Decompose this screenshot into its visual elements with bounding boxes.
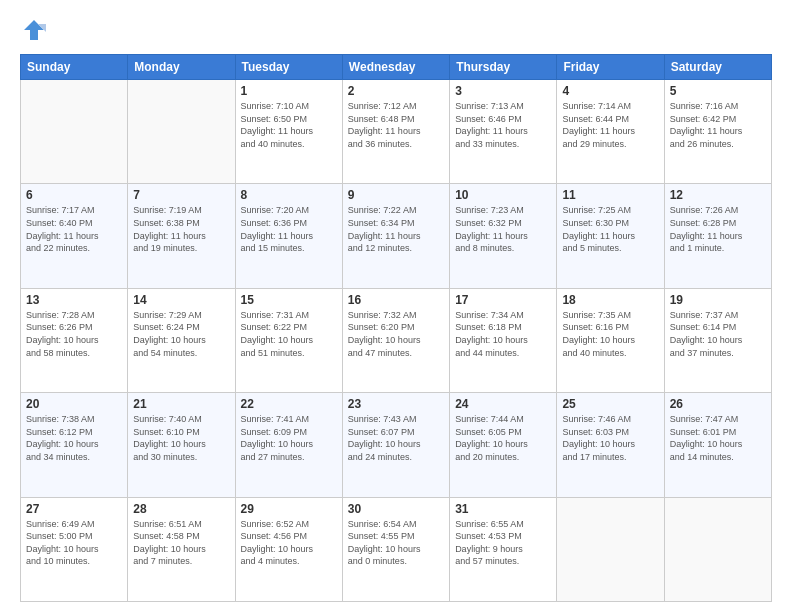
day-info: Sunrise: 7:20 AM Sunset: 6:36 PM Dayligh… [241, 204, 337, 254]
calendar-cell: 6Sunrise: 7:17 AM Sunset: 6:40 PM Daylig… [21, 184, 128, 288]
day-number: 1 [241, 84, 337, 98]
day-info: Sunrise: 7:26 AM Sunset: 6:28 PM Dayligh… [670, 204, 766, 254]
day-info: Sunrise: 7:43 AM Sunset: 6:07 PM Dayligh… [348, 413, 444, 463]
calendar-cell: 2Sunrise: 7:12 AM Sunset: 6:48 PM Daylig… [342, 80, 449, 184]
calendar-cell: 9Sunrise: 7:22 AM Sunset: 6:34 PM Daylig… [342, 184, 449, 288]
day-info: Sunrise: 6:49 AM Sunset: 5:00 PM Dayligh… [26, 518, 122, 568]
header [20, 16, 772, 44]
calendar-cell: 29Sunrise: 6:52 AM Sunset: 4:56 PM Dayli… [235, 497, 342, 601]
day-info: Sunrise: 7:41 AM Sunset: 6:09 PM Dayligh… [241, 413, 337, 463]
calendar-cell: 30Sunrise: 6:54 AM Sunset: 4:55 PM Dayli… [342, 497, 449, 601]
day-info: Sunrise: 7:23 AM Sunset: 6:32 PM Dayligh… [455, 204, 551, 254]
day-number: 22 [241, 397, 337, 411]
day-number: 10 [455, 188, 551, 202]
calendar-cell: 21Sunrise: 7:40 AM Sunset: 6:10 PM Dayli… [128, 393, 235, 497]
day-number: 18 [562, 293, 658, 307]
day-info: Sunrise: 7:38 AM Sunset: 6:12 PM Dayligh… [26, 413, 122, 463]
calendar-cell [557, 497, 664, 601]
weekday-header-row: SundayMondayTuesdayWednesdayThursdayFrid… [21, 55, 772, 80]
day-info: Sunrise: 7:37 AM Sunset: 6:14 PM Dayligh… [670, 309, 766, 359]
calendar-week-1: 1Sunrise: 7:10 AM Sunset: 6:50 PM Daylig… [21, 80, 772, 184]
day-number: 5 [670, 84, 766, 98]
day-info: Sunrise: 6:55 AM Sunset: 4:53 PM Dayligh… [455, 518, 551, 568]
day-info: Sunrise: 6:52 AM Sunset: 4:56 PM Dayligh… [241, 518, 337, 568]
day-number: 13 [26, 293, 122, 307]
day-info: Sunrise: 7:46 AM Sunset: 6:03 PM Dayligh… [562, 413, 658, 463]
day-number: 26 [670, 397, 766, 411]
calendar-cell: 10Sunrise: 7:23 AM Sunset: 6:32 PM Dayli… [450, 184, 557, 288]
calendar-cell: 14Sunrise: 7:29 AM Sunset: 6:24 PM Dayli… [128, 288, 235, 392]
day-info: Sunrise: 7:28 AM Sunset: 6:26 PM Dayligh… [26, 309, 122, 359]
logo [20, 16, 52, 44]
logo-icon [20, 16, 48, 44]
day-number: 4 [562, 84, 658, 98]
weekday-header-wednesday: Wednesday [342, 55, 449, 80]
day-number: 21 [133, 397, 229, 411]
day-info: Sunrise: 7:14 AM Sunset: 6:44 PM Dayligh… [562, 100, 658, 150]
calendar-week-5: 27Sunrise: 6:49 AM Sunset: 5:00 PM Dayli… [21, 497, 772, 601]
calendar-cell: 8Sunrise: 7:20 AM Sunset: 6:36 PM Daylig… [235, 184, 342, 288]
day-number: 12 [670, 188, 766, 202]
day-info: Sunrise: 7:17 AM Sunset: 6:40 PM Dayligh… [26, 204, 122, 254]
day-number: 3 [455, 84, 551, 98]
day-info: Sunrise: 7:35 AM Sunset: 6:16 PM Dayligh… [562, 309, 658, 359]
calendar-cell: 17Sunrise: 7:34 AM Sunset: 6:18 PM Dayli… [450, 288, 557, 392]
calendar-cell: 4Sunrise: 7:14 AM Sunset: 6:44 PM Daylig… [557, 80, 664, 184]
day-number: 29 [241, 502, 337, 516]
weekday-header-monday: Monday [128, 55, 235, 80]
calendar-cell: 24Sunrise: 7:44 AM Sunset: 6:05 PM Dayli… [450, 393, 557, 497]
calendar-cell: 16Sunrise: 7:32 AM Sunset: 6:20 PM Dayli… [342, 288, 449, 392]
day-info: Sunrise: 7:13 AM Sunset: 6:46 PM Dayligh… [455, 100, 551, 150]
day-info: Sunrise: 7:44 AM Sunset: 6:05 PM Dayligh… [455, 413, 551, 463]
day-number: 31 [455, 502, 551, 516]
calendar-cell: 7Sunrise: 7:19 AM Sunset: 6:38 PM Daylig… [128, 184, 235, 288]
day-info: Sunrise: 7:29 AM Sunset: 6:24 PM Dayligh… [133, 309, 229, 359]
day-info: Sunrise: 7:40 AM Sunset: 6:10 PM Dayligh… [133, 413, 229, 463]
day-number: 14 [133, 293, 229, 307]
calendar-cell: 27Sunrise: 6:49 AM Sunset: 5:00 PM Dayli… [21, 497, 128, 601]
day-number: 2 [348, 84, 444, 98]
calendar-week-3: 13Sunrise: 7:28 AM Sunset: 6:26 PM Dayli… [21, 288, 772, 392]
day-number: 24 [455, 397, 551, 411]
calendar-cell: 19Sunrise: 7:37 AM Sunset: 6:14 PM Dayli… [664, 288, 771, 392]
day-number: 7 [133, 188, 229, 202]
calendar-cell: 13Sunrise: 7:28 AM Sunset: 6:26 PM Dayli… [21, 288, 128, 392]
day-number: 28 [133, 502, 229, 516]
calendar-cell: 23Sunrise: 7:43 AM Sunset: 6:07 PM Dayli… [342, 393, 449, 497]
calendar-cell: 12Sunrise: 7:26 AM Sunset: 6:28 PM Dayli… [664, 184, 771, 288]
calendar-cell: 18Sunrise: 7:35 AM Sunset: 6:16 PM Dayli… [557, 288, 664, 392]
calendar-cell: 31Sunrise: 6:55 AM Sunset: 4:53 PM Dayli… [450, 497, 557, 601]
day-info: Sunrise: 7:25 AM Sunset: 6:30 PM Dayligh… [562, 204, 658, 254]
calendar-week-4: 20Sunrise: 7:38 AM Sunset: 6:12 PM Dayli… [21, 393, 772, 497]
day-number: 25 [562, 397, 658, 411]
calendar-cell: 11Sunrise: 7:25 AM Sunset: 6:30 PM Dayli… [557, 184, 664, 288]
day-number: 30 [348, 502, 444, 516]
calendar-table: SundayMondayTuesdayWednesdayThursdayFrid… [20, 54, 772, 602]
calendar-cell: 20Sunrise: 7:38 AM Sunset: 6:12 PM Dayli… [21, 393, 128, 497]
day-number: 15 [241, 293, 337, 307]
weekday-header-friday: Friday [557, 55, 664, 80]
weekday-header-saturday: Saturday [664, 55, 771, 80]
day-info: Sunrise: 7:16 AM Sunset: 6:42 PM Dayligh… [670, 100, 766, 150]
day-number: 6 [26, 188, 122, 202]
weekday-header-tuesday: Tuesday [235, 55, 342, 80]
calendar-cell [21, 80, 128, 184]
calendar-week-2: 6Sunrise: 7:17 AM Sunset: 6:40 PM Daylig… [21, 184, 772, 288]
day-info: Sunrise: 7:47 AM Sunset: 6:01 PM Dayligh… [670, 413, 766, 463]
day-info: Sunrise: 7:32 AM Sunset: 6:20 PM Dayligh… [348, 309, 444, 359]
weekday-header-sunday: Sunday [21, 55, 128, 80]
day-number: 9 [348, 188, 444, 202]
day-number: 27 [26, 502, 122, 516]
day-number: 8 [241, 188, 337, 202]
calendar-cell: 26Sunrise: 7:47 AM Sunset: 6:01 PM Dayli… [664, 393, 771, 497]
calendar-cell: 28Sunrise: 6:51 AM Sunset: 4:58 PM Dayli… [128, 497, 235, 601]
calendar-cell [128, 80, 235, 184]
calendar-cell: 15Sunrise: 7:31 AM Sunset: 6:22 PM Dayli… [235, 288, 342, 392]
day-number: 20 [26, 397, 122, 411]
calendar-cell: 1Sunrise: 7:10 AM Sunset: 6:50 PM Daylig… [235, 80, 342, 184]
calendar-cell: 5Sunrise: 7:16 AM Sunset: 6:42 PM Daylig… [664, 80, 771, 184]
day-number: 19 [670, 293, 766, 307]
day-info: Sunrise: 6:54 AM Sunset: 4:55 PM Dayligh… [348, 518, 444, 568]
day-info: Sunrise: 7:10 AM Sunset: 6:50 PM Dayligh… [241, 100, 337, 150]
weekday-header-thursday: Thursday [450, 55, 557, 80]
